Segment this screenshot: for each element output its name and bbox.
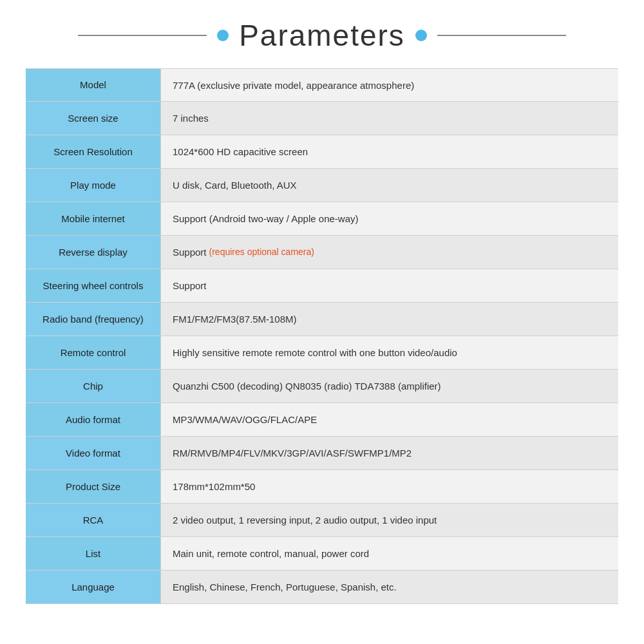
- table-row: RCA2 video output, 1 reversing input, 2 …: [26, 504, 618, 537]
- param-value: Highly sensitive remote remote control w…: [161, 336, 618, 369]
- param-value: Support: [161, 269, 618, 302]
- table-row: Screen Resolution1024*600 HD capacitive …: [26, 135, 618, 169]
- table-row: Video formatRM/RMVB/MP4/FLV/MKV/3GP/AVI/…: [26, 437, 618, 470]
- page-header: Parameters: [0, 0, 644, 68]
- table-row: Mobile internetSupport (Android two-way …: [26, 202, 618, 236]
- table-row: Product Size178mm*102mm*50: [26, 470, 618, 504]
- header-line-left: [78, 35, 207, 36]
- param-value: Support (Android two-way / Apple one-way…: [161, 202, 618, 235]
- table-row: Radio band (frequency)FM1/FM2/FM3(87.5M-…: [26, 303, 618, 336]
- header-dot-left: [217, 30, 229, 41]
- param-value: English, Chinese, French, Portuguese, Sp…: [161, 571, 618, 603]
- param-value: 1024*600 HD capacitive screen: [161, 135, 618, 168]
- param-label: Screen size: [26, 102, 161, 135]
- param-value: FM1/FM2/FM3(87.5M-108M): [161, 303, 618, 336]
- param-value: 2 video output, 1 reversing input, 2 aud…: [161, 504, 618, 536]
- parameters-table: Model777A (exclusive private model, appe…: [26, 68, 618, 604]
- param-label: Screen Resolution: [26, 135, 161, 168]
- param-label: Mobile internet: [26, 202, 161, 235]
- param-label: Play mode: [26, 169, 161, 202]
- table-row: Audio formatMP3/WMA/WAV/OGG/FLAC/APE: [26, 403, 618, 437]
- param-label: Chip: [26, 370, 161, 402]
- table-row: ListMain unit, remote control, manual, p…: [26, 537, 618, 571]
- param-value: RM/RMVB/MP4/FLV/MKV/3GP/AVI/ASF/SWFMP1/M…: [161, 437, 618, 469]
- param-note: (requires optional camera): [209, 246, 314, 259]
- table-row: Play modeU disk, Card, Bluetooth, AUX: [26, 169, 618, 202]
- param-value: 777A (exclusive private model, appearanc…: [161, 69, 618, 101]
- param-label: Video format: [26, 437, 161, 469]
- param-value: Quanzhi C500 (decoding) QN8035 (radio) T…: [161, 370, 618, 402]
- table-row: ChipQuanzhi C500 (decoding) QN8035 (radi…: [26, 370, 618, 403]
- param-value: 7 inches: [161, 102, 618, 135]
- param-value: Main unit, remote control, manual, power…: [161, 537, 618, 570]
- header-dot-right: [415, 30, 427, 41]
- param-label: Reverse display: [26, 236, 161, 269]
- table-row: LanguageEnglish, Chinese, French, Portug…: [26, 571, 618, 604]
- param-label: RCA: [26, 504, 161, 536]
- param-label: Language: [26, 571, 161, 603]
- param-label: Remote control: [26, 336, 161, 369]
- param-value: U disk, Card, Bluetooth, AUX: [161, 169, 618, 202]
- table-row: Remote controlHighly sensitive remote re…: [26, 336, 618, 370]
- header-line-right: [437, 35, 566, 36]
- table-row: Steering wheel controlsSupport: [26, 269, 618, 303]
- table-row: Screen size7 inches: [26, 102, 618, 135]
- param-label: List: [26, 537, 161, 570]
- param-value: 178mm*102mm*50: [161, 470, 618, 503]
- param-value: Support (requires optional camera): [161, 236, 618, 269]
- page-title: Parameters: [232, 18, 412, 53]
- param-label: Radio band (frequency): [26, 303, 161, 336]
- param-label: Model: [26, 69, 161, 101]
- param-value: MP3/WMA/WAV/OGG/FLAC/APE: [161, 403, 618, 436]
- param-label: Product Size: [26, 470, 161, 503]
- table-row: Reverse displaySupport (requires optiona…: [26, 236, 618, 269]
- table-row: Model777A (exclusive private model, appe…: [26, 68, 618, 102]
- param-label: Steering wheel controls: [26, 269, 161, 302]
- param-label: Audio format: [26, 403, 161, 436]
